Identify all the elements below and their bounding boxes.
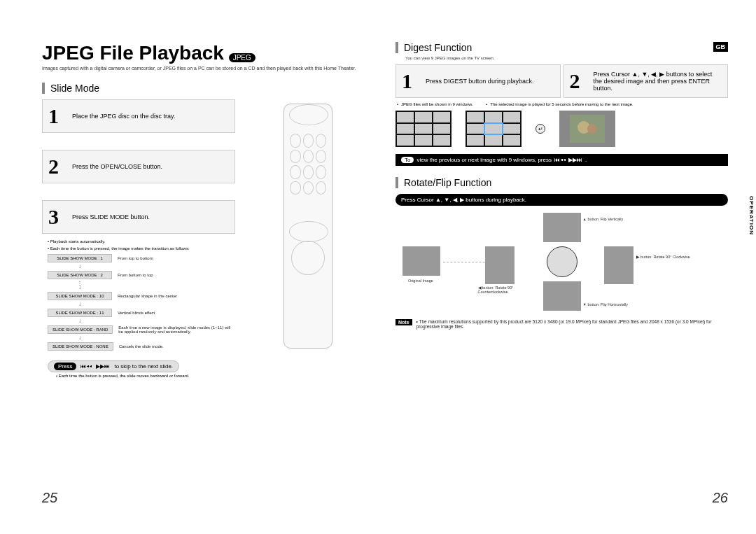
skip-text: to skip to the next slide. [114,363,173,370]
digest-strip-text: view the previous or next image with 9 w… [416,157,552,163]
note-box: Note • The maximum resolutions supported… [396,319,728,329]
arrow-down-icon: ↓ [48,336,112,340]
rotate-center-dpad [547,246,578,277]
skip-note: Each time the button is pressed, the sli… [59,374,190,378]
mode-2-desc: From bottom to top [118,273,153,277]
digest-subnote: You can view 9 JPEG images on the TV scr… [405,56,728,60]
slide-mode-heading: Slide Mode [42,83,374,94]
step-1-text: Place the JPEG disc on the disc tray. [72,113,175,120]
digest-grid-2 [465,111,522,147]
next-icon: ▶▶⏭ [568,157,582,163]
rotate-up-thumb [543,213,581,242]
digest-step1-num: 1 [402,69,419,93]
step-1: 1 Place the JPEG disc on the disc tray. [42,99,235,133]
operation-side-tab: OPERATION [748,196,755,235]
mode-11-desc: Vertical blinds effect [118,311,155,315]
mode-10-label: SLIDE SHOW MODE : 10 [48,292,112,300]
digest-grid-1 [396,111,451,147]
svg-point-2 [587,124,597,134]
skip-back-icon: ⏮◀◀ [80,363,92,370]
slide-mode-notes: • Playback starts automatically. • Each … [48,238,235,351]
digest-selected-image [559,111,615,147]
step-3: 3 Press SLIDE MODE button. [42,200,235,234]
digest-heading: Digest Function [396,42,728,53]
prev-icon: ⏮◀◀ [554,157,566,163]
skip-slide-bar: Press ⏮◀◀ ▶▶⏭ to skip to the next slide. [48,360,179,372]
jpeg-badge: JPEG [229,53,255,62]
note-text: The maximum resolutions supported by thi… [416,319,712,329]
enter-icon: ↵ [536,124,545,134]
digest-step-1: 1 Press DIGEST button during playback. [396,64,561,98]
step-2-text: Press the OPEN/CLOSE button. [72,163,162,170]
arrow-down-icon: ↓ [48,302,112,307]
page-number-right: 26 [713,490,728,506]
note-tag: Note [396,319,412,325]
mode-1-label: SLIDE SHOW MODE : 1 [48,254,112,262]
step-3-text: Press SLIDE MODE button. [72,213,150,220]
mode-rand-label: SLIDE SHOW MODE : RAND [48,325,113,334]
arrow-down-icon: ↓ [48,319,112,323]
step-1-number: 1 [48,104,65,128]
mode-none-desc: Cancels the slide mode. [119,344,164,349]
digest-step1-text: Press DIGEST button during playback. [426,78,533,85]
digest-step-2: 2 Press Cursor ▲, ▼, ◀, ▶ buttons to sel… [564,64,729,98]
step-2: 2 Press the OPEN/CLOSE button. [42,150,235,183]
gb-badge: GB [713,42,729,52]
remote-control-illustration [284,104,332,349]
slide-bullet-1: Playback starts automatically. [50,239,106,244]
step-3-number: 3 [48,205,65,229]
mode-11-label: SLIDE SHOW MODE : 11 [48,309,112,317]
rotate-right-thumb [604,246,634,284]
rotate-left-label: ◀ button: Rotate 90° Counterclockwise [478,286,527,294]
digest-sub2: The selected image is played for 5 secon… [490,102,633,106]
rotate-instruction-bar: Press Cursor ▲, ▼, ◀, ▶ buttons during p… [396,194,728,206]
rotate-original-thumb [402,246,440,276]
rotate-down-label: ▼ button: Flip Horizontally [583,302,628,307]
arrow-down-icon: ↓ [48,265,112,269]
arrow-down-icon: ⋮↓ [48,281,112,290]
digest-step2-num: 2 [570,69,587,93]
digest-thumbnails: ↵ [396,111,728,147]
rotate-original-label: Original Image [408,279,433,283]
digest-nav-strip: To view the previous or next image with … [396,154,728,166]
rotate-left-thumb [485,246,514,284]
slide-bullet-2: Each time the button is pressed, the ima… [50,246,190,251]
rotate-up-label: ▲ button: Flip Vertically [583,217,624,221]
rotate-diagram: Original Image ▲ button: Flip Vertically… [396,213,728,311]
mode-none-label: SLIDE SHOW MODE : NONE [48,342,113,351]
digest-strip-prefix: To [401,157,414,163]
digest-step2-text: Press Cursor ▲, ▼, ◀, ▶ buttons to selec… [594,71,722,92]
step-2-number: 2 [48,155,65,178]
skip-fwd-icon: ▶▶⏭ [96,363,110,370]
rotate-down-thumb [543,281,581,311]
page-number-left: 25 [42,490,57,506]
skip-prefix: Press [54,363,76,370]
mode-10-desc: Rectangular shape in the center [118,294,177,298]
rotate-right-label: ▶ button: Rotate 90° Clockwise [636,255,690,259]
mode-2-label: SLIDE SHOW MODE : 2 [48,271,112,279]
mode-rand-desc: Each time a new image is displayed, slid… [118,325,230,334]
page-title: JPEG File Playback [42,42,224,64]
intro-text: Images captured with a digital camera or… [42,66,374,71]
rotate-heading: Rotate/Flip Function [396,177,728,188]
mode-1-desc: From top to bottom [118,256,153,260]
digest-sub1: JPEG files will be shown in 9 windows. [401,102,473,106]
